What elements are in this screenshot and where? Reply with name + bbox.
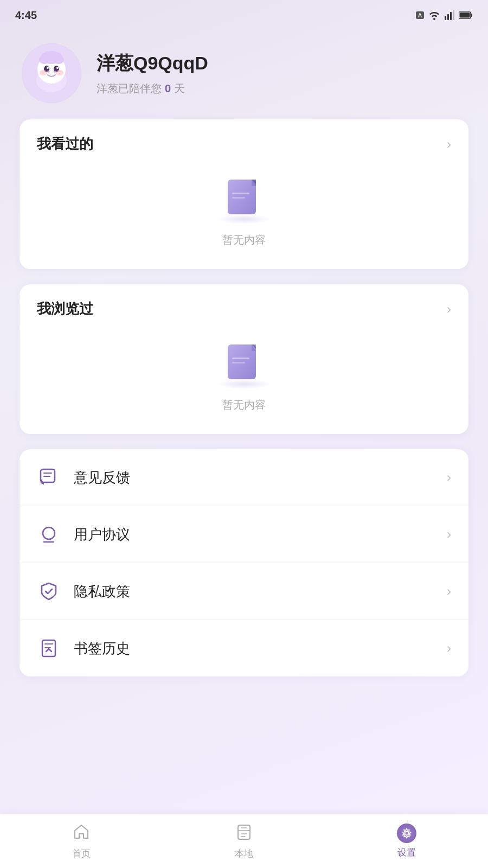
battery-icon — [459, 10, 473, 20]
status-time: 4:45 — [15, 9, 37, 22]
svg-point-19 — [40, 70, 47, 75]
svg-point-11 — [39, 55, 50, 64]
menu-item-agreement[interactable]: 用户协议 › — [20, 506, 468, 563]
agreement-icon — [37, 522, 61, 546]
status-bar: 4:45 A — [0, 0, 488, 27]
svg-rect-1 — [447, 14, 449, 20]
svg-point-15 — [47, 67, 49, 69]
bookmark-icon — [37, 636, 61, 660]
browsed-empty-doc-icon — [226, 340, 262, 381]
watched-header[interactable]: 我看过的 › — [37, 135, 451, 154]
svg-point-12 — [53, 55, 64, 64]
svg-rect-23 — [232, 197, 245, 199]
bookmark-label: 书签历史 — [74, 639, 447, 658]
watched-empty-icon-container — [214, 175, 274, 224]
browsed-empty-icon-container — [214, 340, 274, 389]
svg-point-17 — [47, 71, 50, 73]
menu-item-bookmark[interactable]: 书签历史 › — [20, 620, 468, 676]
browsed-header[interactable]: 我浏览过 › — [37, 299, 451, 318]
svg-rect-26 — [232, 362, 245, 363]
browsed-shadow — [217, 379, 271, 389]
avatar[interactable] — [22, 43, 81, 103]
privacy-label: 隐私政策 — [74, 582, 447, 601]
wifi-icon — [428, 10, 440, 20]
svg-rect-0 — [445, 16, 446, 20]
watched-chevron: › — [447, 137, 451, 152]
svg-rect-3 — [453, 10, 454, 20]
menu-item-feedback[interactable]: 意见反馈 › — [20, 449, 468, 506]
svg-point-20 — [56, 70, 63, 75]
svg-rect-5 — [471, 14, 472, 17]
watched-empty-text: 暂无内容 — [222, 233, 266, 247]
feedback-chevron: › — [447, 470, 451, 485]
svg-point-18 — [54, 71, 56, 73]
agreement-chevron: › — [447, 527, 451, 542]
profile-header: 洋葱Q9QqqD 洋葱已陪伴您 0 天 — [0, 27, 488, 119]
watched-empty-state: 暂无内容 — [37, 167, 451, 254]
svg-rect-33 — [238, 825, 250, 839]
privacy-icon — [37, 579, 61, 603]
avatar-image — [22, 43, 81, 103]
settings-active-dot — [397, 824, 416, 843]
browsed-card: 我浏览过 › — [20, 284, 468, 434]
home-icon — [73, 823, 90, 844]
local-label: 本地 — [235, 847, 253, 860]
nav-item-settings[interactable]: 设置 — [325, 824, 488, 859]
subtitle-prefix: 洋葱已陪伴您 — [97, 81, 162, 96]
svg-rect-22 — [232, 193, 249, 194]
browsed-empty-state: 暂无内容 — [37, 331, 451, 419]
status-icons: A — [416, 10, 473, 20]
svg-rect-25 — [232, 358, 249, 359]
profile-name: 洋葱Q9QqqD — [97, 51, 208, 76]
svg-rect-6 — [460, 13, 470, 18]
signal-icon — [445, 10, 454, 20]
watched-shadow — [217, 214, 271, 224]
browsed-empty-text: 暂无内容 — [222, 398, 266, 412]
watched-title: 我看过的 — [37, 135, 93, 154]
content-area: 洋葱Q9QqqD 洋葱已陪伴您 0 天 我看过的 › — [0, 27, 488, 751]
settings-label: 设置 — [397, 846, 416, 859]
svg-point-30 — [43, 527, 55, 539]
profile-days: 0 — [165, 82, 171, 95]
local-icon — [235, 823, 253, 844]
nav-item-local[interactable]: 本地 — [163, 823, 325, 860]
nav-item-home[interactable]: 首页 — [0, 823, 163, 860]
bookmark-chevron: › — [447, 641, 451, 656]
feedback-icon — [37, 465, 61, 489]
agreement-label: 用户协议 — [74, 525, 447, 544]
menu-item-privacy[interactable]: 隐私政策 › — [20, 563, 468, 620]
svg-point-16 — [56, 67, 59, 69]
browsed-title: 我浏览过 — [37, 299, 93, 318]
browsed-chevron: › — [447, 302, 451, 317]
home-label: 首页 — [72, 847, 91, 860]
keyboard-badge: A — [416, 11, 424, 19]
subtitle-suffix: 天 — [174, 81, 185, 96]
watched-card: 我看过的 › — [20, 119, 468, 269]
privacy-chevron: › — [447, 584, 451, 599]
profile-subtitle: 洋葱已陪伴您 0 天 — [97, 81, 208, 96]
watched-empty-doc-icon — [226, 175, 262, 216]
feedback-label: 意见反馈 — [74, 468, 447, 487]
bottom-nav: 首页 本地 设置 — [0, 814, 488, 868]
svg-rect-2 — [450, 12, 452, 20]
svg-point-37 — [405, 832, 409, 835]
profile-info: 洋葱Q9QqqD 洋葱已陪伴您 0 天 — [97, 51, 208, 96]
menu-card: 意见反馈 › 用户协议 › 隐私政策 › — [20, 449, 468, 676]
